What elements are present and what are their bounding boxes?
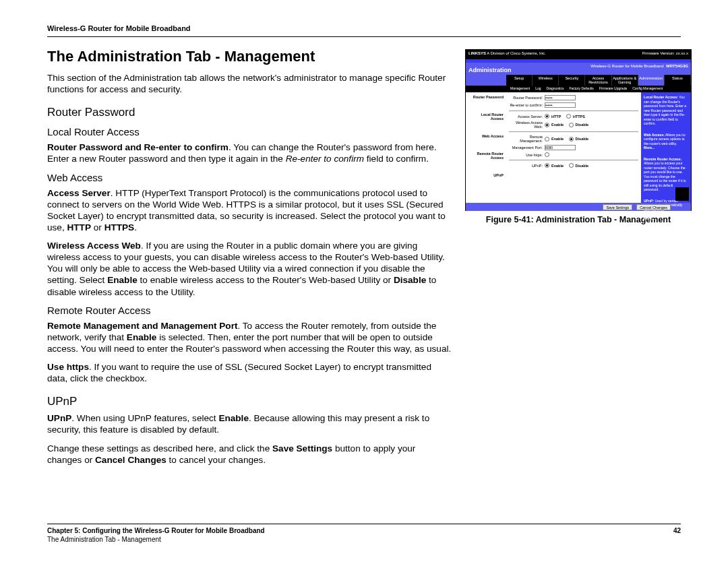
- paragraph-local: Router Password and Re-enter to confirm.…: [47, 142, 452, 164]
- page-footer: Chapter 5: Configuring the Wireless-G Ro…: [47, 524, 681, 543]
- input-mgmt-port[interactable]: [545, 145, 576, 150]
- router-section-title: Administration: [468, 67, 512, 73]
- doc-header: Wireless-G Router for Mobile Broadband: [47, 24, 681, 37]
- router-screenshot: LINKSYS A Division of Cisco Systems, Inc…: [465, 49, 692, 211]
- paragraph-save-cancel: Change these settings as described here,…: [47, 443, 452, 466]
- figure-admin-management: LINKSYS A Division of Cisco Systems, Inc…: [465, 49, 692, 224]
- intro-paragraph: This section of the Administration tab a…: [47, 72, 452, 95]
- heading-local-access: Local Router Access: [47, 126, 452, 137]
- paragraph-use-https: Use https. If you want to require the us…: [47, 361, 452, 384]
- main-text-column: The Administration Tab - Management This…: [47, 48, 452, 472]
- tab-administration[interactable]: Administration: [638, 75, 665, 86]
- router-tabs: Setup Wireless Security Access Restricti…: [506, 75, 691, 86]
- router-firmware: Firmware Version: xx.xx.x: [642, 51, 688, 58]
- tab-apps-gaming[interactable]: Applications & Gaming: [612, 75, 638, 86]
- heading-remote-access: Remote Router Access: [47, 305, 452, 316]
- subtab-factory-defaults[interactable]: Factory Defaults: [569, 86, 593, 92]
- subtab-config-management[interactable]: Config Management: [632, 86, 663, 92]
- checkbox-use-https[interactable]: [545, 152, 549, 157]
- router-subtabs: Management Log Diagnostics Factory Defau…: [466, 86, 691, 92]
- checkbox-https[interactable]: [566, 114, 571, 119]
- cancel-changes-button[interactable]: Cancel Changes: [636, 204, 671, 210]
- subtab-diagnostics[interactable]: Diagnostics: [547, 86, 564, 92]
- router-product-model: Wireless-G Router for Mobile Broadband W…: [590, 64, 688, 68]
- heading-router-password: Router Password: [47, 106, 452, 119]
- label-wireless-web: Wireless Access Web:: [509, 121, 543, 129]
- paragraph-access-server: Access Server. HTTP (HyperText Transport…: [47, 187, 452, 234]
- radio-waw-disable[interactable]: [569, 123, 574, 127]
- label-access-server: Access Server:: [509, 115, 543, 119]
- page-title: The Administration Tab - Management: [47, 48, 452, 65]
- heading-web-access: Web Access: [47, 172, 452, 183]
- label-mgmt-port: Management Port:: [509, 146, 543, 150]
- radio-waw-enable[interactable]: [545, 123, 549, 127]
- radio-upnp-disable[interactable]: [569, 163, 574, 168]
- label-remote-mgmt: Remote Management:: [509, 135, 543, 143]
- tab-status[interactable]: Status: [665, 75, 691, 86]
- subtab-log[interactable]: Log: [535, 86, 541, 92]
- paragraph-wireless-access-web: Wireless Access Web. If you are using th…: [47, 240, 452, 298]
- label-router-password: Router Password:: [509, 96, 543, 100]
- page-number: 42: [673, 527, 681, 543]
- label-confirm: Re-enter to confirm:: [509, 103, 543, 107]
- paragraph-remote-management: Remote Management and Management Port. T…: [47, 320, 452, 354]
- router-help-column: Local Router Access: You can change the …: [641, 92, 691, 203]
- paragraph-upnp: UPnP. When using UPnP features, select E…: [47, 412, 452, 435]
- radio-upnp-enable[interactable]: [545, 163, 549, 168]
- input-router-password[interactable]: [545, 95, 576, 100]
- heading-upnp: UPnP: [47, 395, 452, 408]
- radio-rm-disable[interactable]: [569, 137, 574, 142]
- tab-setup[interactable]: Setup: [506, 75, 533, 86]
- subtab-firmware-upgrade[interactable]: Firmware Upgrade: [599, 86, 627, 92]
- router-form: Router Password: Re-enter to confirm: Ac…: [506, 92, 641, 203]
- footer-section: The Administration Tab - Management: [47, 536, 265, 543]
- radio-rm-enable[interactable]: [545, 137, 549, 142]
- subtab-management[interactable]: Management: [510, 86, 530, 92]
- label-upnp: UPnP:: [509, 164, 543, 168]
- footer-chapter: Chapter 5: Configuring the Wireless-G Ro…: [47, 527, 265, 534]
- tab-access-restrictions[interactable]: Access Restrictions: [585, 75, 611, 86]
- input-confirm-password[interactable]: [545, 102, 576, 108]
- save-settings-button[interactable]: Save Settings: [603, 204, 632, 210]
- router-brand: LINKSYS A Division of Cisco Systems, Inc…: [468, 51, 546, 58]
- router-left-labels: Router Password Local Router Access Web …: [466, 92, 506, 203]
- checkbox-http[interactable]: [545, 114, 549, 119]
- cisco-logo-icon: [675, 187, 689, 201]
- label-use-https: Use https:: [509, 153, 543, 157]
- tab-security[interactable]: Security: [559, 75, 585, 86]
- tab-wireless[interactable]: Wireless: [533, 75, 559, 86]
